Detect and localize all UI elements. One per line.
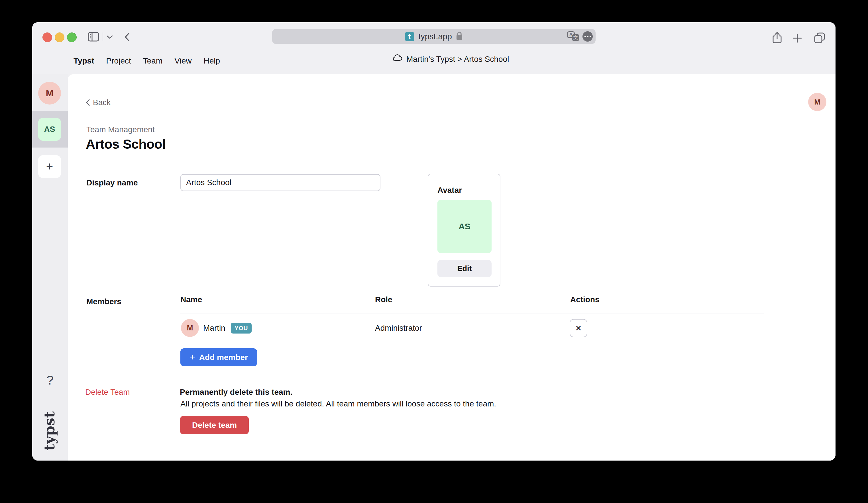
- column-header-name: Name: [180, 295, 202, 304]
- breadcrumb-text: Martin's Typst > Artos School: [406, 55, 509, 64]
- column-header-role: Role: [375, 295, 392, 304]
- page-title: Artos School: [86, 136, 166, 152]
- display-name-label: Display name: [86, 178, 138, 187]
- display-name-input[interactable]: [180, 174, 380, 191]
- share-icon[interactable]: [772, 32, 783, 45]
- avatar-card: Avatar AS Edit: [428, 174, 500, 286]
- chevron-down-icon[interactable]: [106, 35, 113, 40]
- toolbar-divider: [103, 32, 103, 41]
- tab-overview-icon[interactable]: [814, 32, 826, 45]
- back-label: Back: [93, 98, 111, 107]
- plus-icon: +: [189, 352, 195, 363]
- member-role: Administrator: [375, 324, 422, 333]
- add-workspace-button[interactable]: +: [38, 155, 61, 178]
- delete-team-button[interactable]: Delete team: [180, 416, 249, 434]
- browser-window: t typst.app A文: [32, 22, 836, 461]
- remove-member-button[interactable]: ✕: [570, 319, 587, 337]
- help-button[interactable]: ?: [32, 373, 68, 387]
- team-avatar-preview: AS: [437, 200, 492, 253]
- back-navigation-icon[interactable]: [124, 32, 130, 43]
- members-label: Members: [86, 297, 121, 306]
- menu-typst[interactable]: Typst: [73, 56, 94, 65]
- user-avatar[interactable]: M: [808, 93, 826, 111]
- zoom-window-button[interactable]: [67, 32, 77, 42]
- browser-toolbar: t typst.app A文: [32, 22, 836, 74]
- you-badge: YOU: [231, 323, 252, 334]
- cloud-icon: [393, 54, 403, 64]
- add-member-label: Add member: [199, 353, 248, 362]
- sidebar-toggle-icon[interactable]: [88, 32, 99, 43]
- site-favicon: t: [405, 32, 414, 41]
- delete-team-description: All projects and their files will be del…: [180, 399, 496, 408]
- sidebar-item-artos-school-team[interactable]: AS: [38, 118, 61, 141]
- main-content: M Back Team Management Artos School Disp…: [68, 74, 836, 461]
- chevron-left-icon: [86, 99, 90, 106]
- member-avatar: M: [181, 319, 199, 337]
- address-bar[interactable]: t typst.app A文: [272, 29, 596, 44]
- breadcrumb[interactable]: Martin's Typst > Artos School: [393, 54, 509, 64]
- app-menu-bar: Typst Project Team View Help: [73, 56, 220, 65]
- menu-view[interactable]: View: [174, 56, 192, 65]
- translate-icon[interactable]: A文: [567, 31, 580, 42]
- lock-icon: [456, 31, 463, 42]
- menu-project[interactable]: Project: [106, 56, 131, 65]
- back-link[interactable]: Back: [86, 98, 111, 107]
- delete-team-heading: Permanently delete this team.: [180, 388, 292, 397]
- sidebar-item-martin-workspace[interactable]: M: [38, 82, 61, 105]
- column-header-actions: Actions: [570, 295, 600, 304]
- question-mark-icon: ?: [46, 373, 53, 387]
- plus-icon: +: [46, 160, 53, 174]
- close-icon: ✕: [575, 324, 582, 333]
- new-tab-icon[interactable]: [792, 33, 803, 44]
- close-window-button[interactable]: [42, 32, 52, 42]
- typst-logo: typst: [41, 410, 58, 452]
- menu-team[interactable]: Team: [143, 56, 163, 65]
- edit-avatar-button[interactable]: Edit: [437, 260, 492, 277]
- avatar-card-title: Avatar: [437, 186, 462, 195]
- url-text: typst.app: [418, 32, 452, 41]
- minimize-window-button[interactable]: [55, 32, 64, 42]
- menu-help[interactable]: Help: [204, 56, 220, 65]
- delete-team-label: Delete Team: [85, 388, 130, 397]
- add-member-button[interactable]: + Add member: [180, 348, 257, 366]
- page-options-icon[interactable]: [582, 31, 593, 42]
- section-label: Team Management: [86, 125, 155, 134]
- member-name: Martin: [203, 324, 225, 333]
- table-header-divider: [180, 314, 764, 314]
